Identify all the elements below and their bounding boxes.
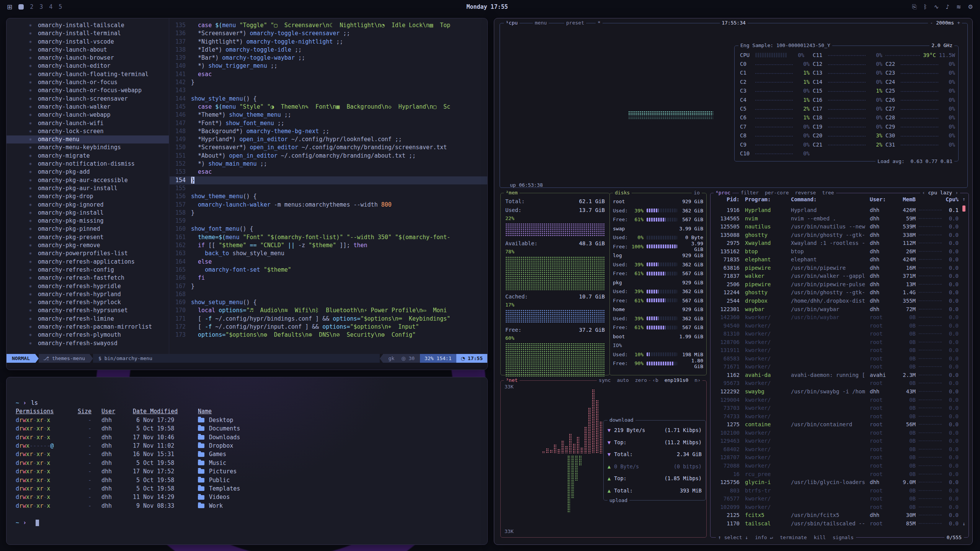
file-item[interactable]: ∗omarchy-notification-dismiss xyxy=(7,160,169,168)
file-item[interactable]: ∗omarchy-refresh-fastfetch xyxy=(7,274,169,282)
proc-row[interactable]: 71671kworker/root0B0.0 xyxy=(714,363,959,371)
preset-button[interactable]: preset xyxy=(564,20,586,26)
file-item[interactable]: ∗omarchy-refresh-swayosd xyxy=(7,339,169,347)
proc-row[interactable]: 1170tailscal/usr/sbin/tailscaled --root8… xyxy=(714,520,959,527)
file-item[interactable]: ∗omarchy-refresh-applications xyxy=(7,258,169,266)
proc-row[interactable]: 71835elephantelephantdhh424M0.0 xyxy=(714,256,959,264)
file-item[interactable]: ∗omarchy-pkg-aur-accessible xyxy=(7,176,169,184)
proc-row[interactable]: 125756glycin-i/usr/lib/glycin-loadersdhh… xyxy=(714,478,959,487)
proc-row[interactable]: 128707kworker/root0B0.0 xyxy=(714,453,959,462)
workspace-2[interactable]: 2 xyxy=(30,3,33,10)
net-sync-button[interactable]: sync xyxy=(599,377,611,384)
tree-button[interactable]: tree xyxy=(822,189,834,196)
file-item[interactable]: ∗omarchy-launch-wifi xyxy=(7,119,169,127)
proc-row[interactable]: 94540kworker/root0B0.0 xyxy=(714,322,959,330)
file-item[interactable]: ∗omarchy-launch-about xyxy=(7,46,169,54)
file-item[interactable]: ∗omarchy-pkg-install xyxy=(7,209,169,217)
file-item[interactable]: ∗omarchy-refresh-config xyxy=(7,266,169,274)
file-item[interactable]: ∗omarchy-pkg-present xyxy=(7,233,169,241)
file-item[interactable]: ∗omarchy-launch-or-focus-webapp xyxy=(7,86,169,95)
file-item[interactable]: ∗omarchy-pkg-remove xyxy=(7,241,169,249)
file-item[interactable]: ∗omarchy-install-terminal xyxy=(7,29,169,37)
proc-row[interactable]: 102100kworker/root0B0.0 xyxy=(714,429,959,437)
proc-row[interactable]: 131911kworker/root0B0.0 xyxy=(714,346,959,355)
screencast-icon[interactable]: ⎘ xyxy=(912,3,917,10)
workspace-3[interactable]: 3 xyxy=(39,3,43,10)
wifi-icon[interactable]: ≋ xyxy=(956,3,961,10)
file-item[interactable]: ∗omarchy-menu-keybindings xyxy=(7,143,169,152)
file-item[interactable]: ∗omarchy-refresh-pacman-mirrorlist xyxy=(7,323,169,331)
file-item[interactable]: ∗omarchy-lock-screen xyxy=(7,127,169,135)
file-item[interactable]: ∗omarchy-refresh-plymouth xyxy=(7,331,169,339)
file-item[interactable]: ∗omarchy-powerprofiles-list xyxy=(7,249,169,258)
file-item[interactable]: ∗omarchy-install-vscode xyxy=(7,38,169,46)
proc-row[interactable]: 129463kworker/root0B0.0 xyxy=(714,437,959,445)
net-zero-button[interactable]: zero xyxy=(635,377,647,384)
file-item[interactable]: ∗omarchy-launch-webapp xyxy=(7,111,169,119)
launcher-icon[interactable]: ⊞ xyxy=(7,3,12,11)
workspace-active[interactable] xyxy=(18,4,24,10)
proc-row[interactable]: 68583kworker/root0B0.0 xyxy=(714,355,959,363)
bluetooth-icon[interactable]: ᛒ xyxy=(924,3,927,10)
scroll-down-icon[interactable]: ↓ xyxy=(962,521,965,527)
file-item[interactable]: ∗omarchy-migrate xyxy=(7,152,169,160)
file-item[interactable]: ∗omarchy-pkg-pinned xyxy=(7,225,169,233)
file-item[interactable]: ∗omarchy-launch-screensaver xyxy=(7,95,169,103)
neovim-window[interactable]: ∗omarchy-install-tailscale∗omarchy-insta… xyxy=(6,18,488,370)
clock[interactable]: Monday 17:55 xyxy=(466,3,508,10)
proc-row[interactable]: 2506pipewire/usr/bin/pipewire-pulsedhh13… xyxy=(714,280,959,289)
file-item[interactable]: ∗omarchy-refresh-hyprsunset xyxy=(7,306,169,315)
file-item[interactable]: ∗omarchy-launch-editor xyxy=(7,62,169,70)
iface-prev-button[interactable]: ‹b xyxy=(652,377,658,384)
file-item[interactable]: ∗omarchy-launch-walker xyxy=(7,103,169,111)
file-item[interactable]: ∗omarchy-refresh-hyprland xyxy=(7,290,169,298)
proc-row[interactable]: 95673kworker/root0B0.0 xyxy=(714,379,959,388)
file-item[interactable]: ∗omarchy-pkg-ignored xyxy=(7,201,169,209)
proc-row[interactable]: 72088kworker/root0B0.0 xyxy=(714,462,959,470)
scroll-up-icon[interactable]: ↑ xyxy=(962,196,965,202)
proc-row[interactable]: 73703kworker/root0B0.0 xyxy=(714,404,959,412)
sort-prev-button[interactable]: ‹ xyxy=(922,189,925,196)
file-item[interactable]: ∗omarchy-menu xyxy=(7,135,169,143)
filter-button[interactable]: filter xyxy=(741,189,759,196)
file-item[interactable]: ∗omarchy-pkg-drop xyxy=(7,192,169,201)
file-item[interactable]: ∗omarchy-pkg-missing xyxy=(7,217,169,225)
file-item[interactable]: ∗omarchy-launch-or-focus xyxy=(7,78,169,86)
file-item[interactable]: ∗omarchy-refresh-limine xyxy=(7,315,169,323)
prompt-line[interactable]: ~ › xyxy=(16,518,478,527)
terminal-window[interactable]: ~ › ls PermissionsSizeUserDate ModifiedN… xyxy=(6,377,488,545)
file-item[interactable]: ∗omarchy-pkg-aur-install xyxy=(7,184,169,192)
settings-icon[interactable]: ⚙ xyxy=(968,3,973,10)
iface-next-button[interactable]: n› xyxy=(694,377,701,384)
proc-row[interactable]: 134565nvimnvim --embed .dhh59M0.0 xyxy=(714,215,959,223)
proc-row[interactable]: 129004kworker/root0B0.0 xyxy=(714,396,959,404)
proc-row[interactable]: 81310kworker/root0B0.0 xyxy=(714,330,959,338)
proc-row[interactable]: 2125fcitx5/usr/bin/fcitx5dhh30M0.0 xyxy=(714,511,959,520)
proc-row[interactable]: 1162avahi-daavahi-daemon: running [avahi… xyxy=(714,371,959,380)
code-lines[interactable]: 135 case $(menu "Toggle" "▢ Screensaver\… xyxy=(170,18,487,354)
file-item[interactable]: ∗omarchy-refresh-hypridle xyxy=(7,282,169,290)
proc-row[interactable]: 63816pipewire/usr/bin/pipewiredhh16M0.0 xyxy=(714,264,959,272)
proc-row[interactable]: 142360kworker//usr/bin/waybarroot0B0.0 xyxy=(714,313,959,322)
per-core-button[interactable]: per-core xyxy=(765,189,789,196)
file-item[interactable]: ∗omarchy-pkg-add xyxy=(7,168,169,176)
proc-footer-item[interactable]: ↑ select ↓ xyxy=(718,534,748,541)
proc-row[interactable]: 16rcu_preeroot0B0.0 xyxy=(714,470,959,479)
proc-row[interactable]: 68402kworker/root0B0.0 xyxy=(714,445,959,454)
sort-next-button[interactable]: › xyxy=(955,189,958,196)
io-mode-button[interactable]: io xyxy=(692,189,702,196)
proc-row[interactable]: 135088ghostty/usr/bin/ghostty --gtk-dhh3… xyxy=(714,231,959,240)
proc-row[interactable]: 12244ghostty/usr/bin/ghostty --gtk-dhh1.… xyxy=(714,289,959,297)
proc-row[interactable]: 76577kworker/root0B0.0 xyxy=(714,495,959,503)
proc-footer-item[interactable]: kill xyxy=(814,534,826,541)
proc-row[interactable]: 102099kworker/root0B0.0 xyxy=(714,503,959,512)
workspace-5[interactable]: 5 xyxy=(59,3,62,10)
proc-row[interactable]: 74733kworker/root0B0.0 xyxy=(714,412,959,421)
proc-footer-item[interactable]: terminate xyxy=(780,534,807,541)
workspace-4[interactable]: 4 xyxy=(49,3,52,10)
proc-row[interactable]: 1275containe/usr/bin/containerdroot56M0.… xyxy=(714,421,959,429)
proc-row[interactable]: 2975XwaylandXwayland :1 -rootless -dhh11… xyxy=(714,239,959,248)
proc-footer-item[interactable]: signals xyxy=(833,534,854,541)
scrollbar-thumb[interactable] xyxy=(962,205,965,212)
command-line[interactable] xyxy=(7,363,487,370)
